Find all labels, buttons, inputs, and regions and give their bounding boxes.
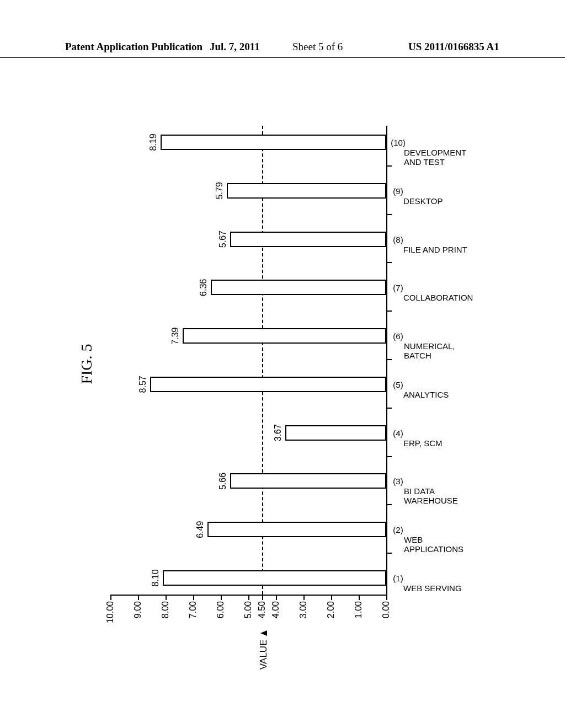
- y-tick: [193, 595, 194, 600]
- category-label-line: COLLABORATION: [403, 293, 475, 302]
- bar: [150, 377, 387, 392]
- category-label: DESKTOP: [403, 196, 475, 206]
- y-tick-label: 5.00: [243, 601, 253, 627]
- category-index: (6): [393, 331, 403, 341]
- bar-value-label: 6.49: [195, 521, 205, 538]
- category-label-line: APPLICATIONS: [404, 544, 476, 554]
- bar: [211, 280, 386, 295]
- y-tick: [221, 595, 222, 600]
- bar-value-label: 7.39: [170, 328, 180, 345]
- x-tick: [386, 553, 392, 554]
- arrow-up-icon: [260, 631, 267, 636]
- header-sheet: Sheet 5 of 6: [292, 41, 343, 53]
- bar: [183, 328, 387, 344]
- category-label: WEB SERVING: [403, 584, 475, 593]
- y-tick: [359, 595, 360, 600]
- category-label-line: AND TEST: [404, 157, 476, 167]
- x-tick: [386, 214, 392, 215]
- category-index: (5): [393, 379, 403, 389]
- x-tick: [386, 311, 392, 312]
- y-tick-label: 4.00: [271, 601, 281, 627]
- x-tick: [386, 408, 392, 409]
- y-tick: [110, 595, 111, 600]
- category-index: (1): [393, 574, 403, 583]
- header-rule: [0, 57, 565, 58]
- y-tick-label: 4.50: [257, 601, 267, 627]
- category-label-line: WEB: [404, 535, 476, 544]
- y-tick: [331, 595, 332, 600]
- category-label-line: DEVELOPMENT: [404, 148, 476, 157]
- category-label: FILE AND PRINT: [403, 245, 475, 254]
- chart: 0.001.002.003.004.004.505.006.007.008.00…: [99, 94, 486, 634]
- x-tick: [386, 504, 392, 505]
- bar-value-label: 5.67: [218, 231, 228, 248]
- page-header: Patent Application Publication Jul. 7, 2…: [0, 41, 565, 57]
- bar-value-label: 5.79: [215, 182, 225, 199]
- bar: [161, 135, 387, 150]
- y-tick: [262, 595, 263, 600]
- y-axis-title: VALUE: [258, 631, 269, 670]
- bar: [163, 570, 386, 586]
- y-tick: [386, 595, 387, 600]
- category-label: BI DATAWAREHOUSE: [404, 486, 476, 506]
- x-tick: [386, 456, 392, 457]
- y-tick-label: 0.00: [381, 601, 391, 627]
- bar-value-label: 5.66: [218, 473, 228, 490]
- x-tick: [386, 165, 392, 167]
- y-tick-label: 6.00: [216, 601, 226, 627]
- category-index: (3): [393, 477, 403, 486]
- y-tick: [138, 595, 139, 600]
- y-tick-label: 3.00: [299, 601, 308, 627]
- category-label-line: DESKTOP: [403, 196, 475, 206]
- header-pubno: US 2011/0166835 A1: [408, 41, 499, 53]
- bar: [230, 232, 387, 247]
- plot-area: 0.001.002.003.004.004.505.006.007.008.00…: [110, 126, 387, 596]
- category-label-line: FILE AND PRINT: [403, 245, 475, 254]
- category-label-line: ANALYTICS: [403, 390, 475, 399]
- y-tick-label: 7.00: [188, 601, 198, 627]
- y-tick-label: 2.00: [326, 601, 336, 627]
- y-tick: [166, 595, 167, 600]
- category-label: ERP, SCM: [403, 438, 475, 448]
- category-index: (9): [393, 186, 403, 195]
- category-index: (2): [393, 525, 403, 534]
- x-tick: [386, 359, 392, 360]
- category-label-line: BI DATA: [404, 486, 476, 496]
- bar: [285, 425, 387, 441]
- header-date: Jul. 7, 2011: [210, 41, 260, 53]
- category-label: NUMERICAL,BATCH: [404, 341, 476, 361]
- bar-value-label: 8.19: [148, 133, 158, 151]
- bar-value-label: 6.36: [199, 279, 209, 296]
- page: Patent Application Publication Jul. 7, 2…: [0, 0, 565, 728]
- y-tick: [303, 595, 305, 600]
- y-tick-label: 1.00: [354, 601, 364, 627]
- y-tick: [276, 595, 277, 600]
- category-index: (10): [391, 138, 406, 147]
- y-tick-label: 9.00: [133, 601, 143, 627]
- y-tick: [248, 595, 249, 600]
- category-label-line: WAREHOUSE: [404, 496, 476, 506]
- bar: [227, 183, 387, 199]
- category-index: (4): [393, 428, 403, 437]
- category-index: (8): [393, 234, 403, 244]
- category-label: DEVELOPMENTAND TEST: [404, 148, 476, 167]
- category-label-line: ERP, SCM: [403, 438, 475, 448]
- category-index: (7): [393, 283, 403, 292]
- bar: [207, 522, 387, 537]
- bar-value-label: 3.67: [273, 424, 283, 441]
- x-tick: [386, 262, 392, 263]
- chart-rotated-wrapper: 0.001.002.003.004.004.505.006.007.008.00…: [22, 171, 563, 557]
- y-tick-label: 10.00: [105, 601, 115, 627]
- y-tick-label: 8.00: [161, 601, 170, 627]
- category-label: ANALYTICS: [403, 390, 475, 399]
- bar-value-label: 8.10: [151, 569, 161, 586]
- category-label: WEBAPPLICATIONS: [404, 535, 476, 554]
- bar-value-label: 8.57: [138, 376, 148, 393]
- figure-area: FIG. 5 0.001.002.003.004.004.505.006.007…: [72, 88, 491, 640]
- category-label-line: BATCH: [404, 351, 476, 360]
- category-label-line: WEB SERVING: [403, 584, 475, 593]
- y-axis-title-text: VALUE: [258, 640, 269, 670]
- category-label: COLLABORATION: [403, 293, 475, 302]
- category-label-line: NUMERICAL,: [404, 341, 476, 351]
- header-left: Patent Application Publication: [65, 41, 202, 53]
